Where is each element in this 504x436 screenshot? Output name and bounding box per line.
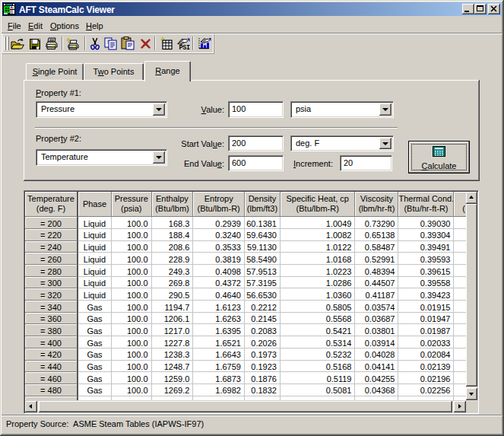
svg-text:PSI: PSI bbox=[179, 44, 190, 50]
